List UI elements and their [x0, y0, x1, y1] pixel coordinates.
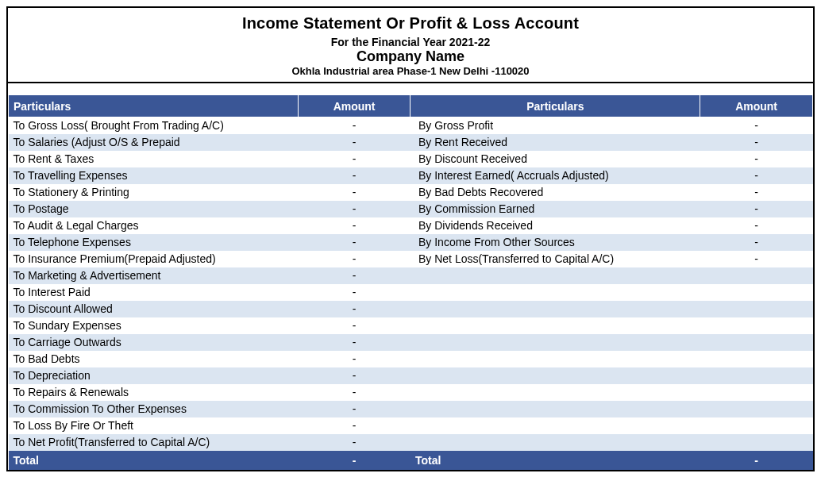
table-row: To Audit & Legal Charges-By Dividends Re…: [9, 217, 813, 234]
credit-amount: [700, 384, 813, 401]
company-name: Company Name: [8, 48, 813, 65]
col-header-debit-amount: Amount: [298, 95, 410, 117]
credit-particular: By Income From Other Sources: [410, 234, 700, 251]
credit-amount: [700, 434, 813, 451]
table-row: To Salaries (Adjust O/S & Prepaid-By Ren…: [9, 134, 813, 151]
debit-amount: -: [298, 251, 410, 267]
debit-particular: To Rent & Taxes: [9, 151, 299, 167]
debit-particular: To Depreciation: [9, 367, 299, 384]
statement-container: Income Statement Or Profit & Loss Accoun…: [6, 6, 815, 471]
table-row: To Discount Allowed-: [9, 301, 813, 317]
debit-particular: To Audit & Legal Charges: [9, 217, 299, 234]
credit-particular: By Discount Received: [410, 151, 700, 167]
credit-amount: [700, 367, 813, 384]
credit-particular: [410, 384, 700, 401]
credit-particular: [410, 267, 700, 284]
credit-particular: By Interest Earned( Accruals Adjusted): [410, 167, 700, 184]
debit-particular: To Stationery & Printing: [9, 184, 299, 201]
credit-particular: [410, 301, 700, 317]
company-address: Okhla Industrial area Phase-1 New Delhi …: [8, 65, 813, 77]
col-header-debit-particulars: Particulars: [9, 95, 299, 117]
statement-header: Income Statement Or Profit & Loss Accoun…: [8, 8, 813, 83]
pl-table: Particulars Amount Particulars Amount To…: [8, 94, 813, 470]
debit-particular: To Telephone Expenses: [9, 234, 299, 251]
table-row: To Carriage Outwards-: [9, 334, 813, 351]
credit-particular: [410, 317, 700, 334]
credit-amount: [700, 417, 813, 434]
table-row: To Postage-By Commission Earned-: [9, 201, 813, 217]
credit-amount: -: [700, 117, 813, 134]
table-row: To Depreciation-: [9, 367, 813, 384]
debit-amount: -: [298, 284, 410, 301]
debit-amount: -: [298, 167, 410, 184]
table-row: To Stationery & Printing-By Bad Debts Re…: [9, 184, 813, 201]
debit-amount: -: [298, 201, 410, 217]
debit-particular: To Discount Allowed: [9, 301, 299, 317]
debit-particular: To Loss By Fire Or Theft: [9, 417, 299, 434]
table-row: To Insurance Premium(Prepaid Adjusted)-B…: [9, 251, 813, 267]
table-row: To Bad Debts-: [9, 351, 813, 367]
credit-particular: [410, 434, 700, 451]
credit-particular: [410, 401, 700, 417]
table-row: To Loss By Fire Or Theft-: [9, 417, 813, 434]
credit-amount: [700, 334, 813, 351]
credit-particular: [410, 367, 700, 384]
table-row: To Sundary Expenses-: [9, 317, 813, 334]
col-header-credit-particulars: Particulars: [410, 95, 700, 117]
debit-amount: -: [298, 301, 410, 317]
credit-particular: By Bad Debts Recovered: [410, 184, 700, 201]
credit-particular: By Rent Received: [410, 134, 700, 151]
debit-amount: -: [298, 434, 410, 451]
debit-amount: -: [298, 151, 410, 167]
credit-particular: By Commission Earned: [410, 201, 700, 217]
credit-particular: By Gross Profit: [410, 117, 700, 134]
total-debit-value: -: [298, 451, 410, 470]
debit-amount: -: [298, 267, 410, 284]
table-row: To Gross Loss( Brought From Trading A/C)…: [9, 117, 813, 134]
debit-particular: To Bad Debts: [9, 351, 299, 367]
debit-particular: To Net Profit(Transferred to Capital A/C…: [9, 434, 299, 451]
debit-particular: To Sundary Expenses: [9, 317, 299, 334]
table-row: To Repairs & Renewals-: [9, 384, 813, 401]
total-credit-value: -: [700, 451, 813, 470]
total-row: Total - Total -: [9, 451, 813, 470]
debit-amount: -: [298, 317, 410, 334]
credit-amount: [700, 284, 813, 301]
financial-year: For the Financial Year 2021-22: [8, 36, 813, 48]
debit-particular: To Salaries (Adjust O/S & Prepaid: [9, 134, 299, 151]
debit-amount: -: [298, 351, 410, 367]
debit-particular: To Postage: [9, 201, 299, 217]
page-title: Income Statement Or Profit & Loss Accoun…: [8, 14, 813, 33]
credit-amount: -: [700, 217, 813, 234]
table-row: To Commission To Other Expenses-: [9, 401, 813, 417]
debit-amount: -: [298, 334, 410, 351]
debit-amount: -: [298, 384, 410, 401]
debit-particular: To Marketing & Advertisement: [9, 267, 299, 284]
debit-particular: To Insurance Premium(Prepaid Adjusted): [9, 251, 299, 267]
table-row: To Marketing & Advertisement-: [9, 267, 813, 284]
credit-amount: -: [700, 234, 813, 251]
credit-amount: [700, 401, 813, 417]
credit-particular: [410, 334, 700, 351]
spacer: [8, 83, 813, 94]
debit-amount: -: [298, 367, 410, 384]
credit-amount: -: [700, 167, 813, 184]
credit-amount: [700, 267, 813, 284]
debit-particular: To Carriage Outwards: [9, 334, 299, 351]
credit-amount: -: [700, 151, 813, 167]
table-row: To Rent & Taxes-By Discount Received-: [9, 151, 813, 167]
total-debit-label: Total: [9, 451, 299, 470]
debit-amount: -: [298, 401, 410, 417]
debit-amount: -: [298, 117, 410, 134]
credit-amount: -: [700, 184, 813, 201]
debit-particular: To Gross Loss( Brought From Trading A/C): [9, 117, 299, 134]
debit-amount: -: [298, 217, 410, 234]
credit-amount: -: [700, 134, 813, 151]
debit-amount: -: [298, 184, 410, 201]
debit-amount: -: [298, 417, 410, 434]
credit-amount: [700, 317, 813, 334]
table-row: To Travelling Expenses-By Interest Earne…: [9, 167, 813, 184]
header-row: Particulars Amount Particulars Amount: [9, 95, 813, 117]
total-credit-label: Total: [410, 451, 700, 470]
table-row: To Interest Paid-: [9, 284, 813, 301]
